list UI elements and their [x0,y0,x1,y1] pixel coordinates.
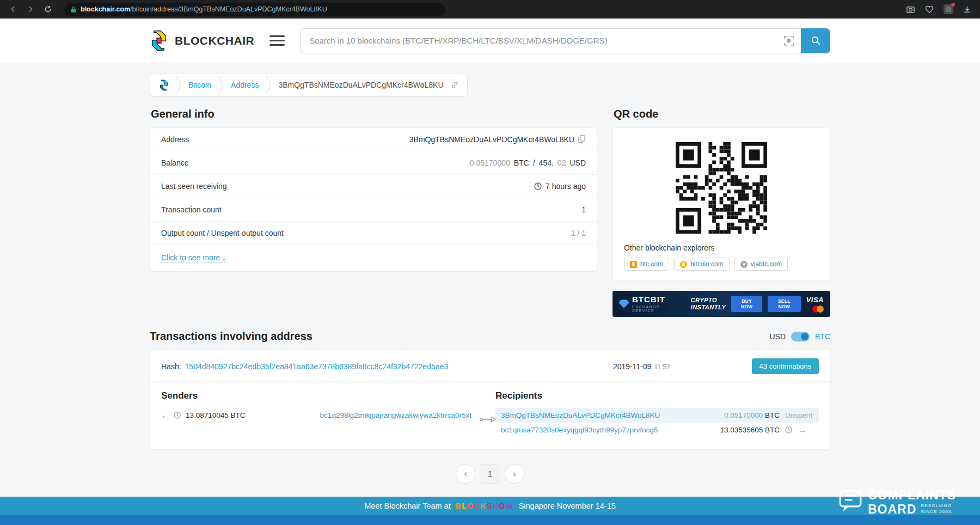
recipient-address-link[interactable]: 3BmQgTBsNMEozDuALvPDCgMKcr4BWoL8KU [501,411,660,419]
info-row-outputs: Output count / Unspent output count 1 / … [150,222,597,245]
qr-scan-icon[interactable] [783,35,794,46]
explorer-bitcoin-com-button[interactable]: B bitcoin.com [674,258,730,271]
btc-label: BTC [815,332,830,341]
down-arrow-icon: ↓ [222,253,226,262]
toggle-knob [801,333,808,340]
info-row-address: Address 3BmQgTBsNMEozDuALvPDCgMKcr4BWoL8… [150,128,597,151]
ad-brand-name: BTCBIT [632,295,681,303]
mastercard-logo [812,306,824,313]
viabtc-icon: V [740,261,748,268]
tx-datetime: 2019-11-0911:52 [613,362,670,371]
complaintsboard-icon [838,489,862,513]
transactions-title: Transactions involving address [150,330,313,343]
qr-code [676,142,767,234]
qr-title: QR code [614,108,830,120]
info-row-last-seen: Last seen receiving 7 hours ago [150,175,597,198]
current-page: 1 [481,464,499,484]
balance-label: Balance [161,158,189,167]
visa-logo: VISA [806,296,824,304]
link-icon[interactable] [451,81,458,89]
sell-now-button[interactable]: SELL NOW [768,296,801,312]
blockshow-banner[interactable]: Meet Blockchair Team at BLOCKSHOW Singap… [0,497,980,515]
explorer-viabtc-button[interactable]: V viabtc.com [734,258,788,271]
bitcoin-com-icon: B [680,261,687,268]
url-path: /bitcoin/address/3BmQgTBsNMEozDuALvPDCgM… [130,5,327,13]
download-icon[interactable] [963,5,971,14]
brand-name: BLOCKCHAIR [175,34,254,47]
chrome-actions [906,4,971,14]
balance-usd-main: 454. [539,158,554,167]
explorer-btc-com-button[interactable]: ฿ btc.com [624,258,669,271]
breadcrumb: Bitcoin Address 3BmQgTBsNMEozDuALvPDCgMK… [150,73,468,97]
recipient-row: bc1qtusa77320s0exyqgql93cyth99yp7zprvfnc… [495,423,819,437]
see-more-link[interactable]: Click to see more ↓ [161,253,226,263]
clock-icon [534,182,542,190]
url-domain: blockchair.com [81,5,130,13]
senders-column: Senders ← 13.08710045 BTC bc1q298lg2tmkj… [161,386,490,437]
clock-icon [174,412,181,419]
copy-icon[interactable] [578,135,586,144]
general-info-card: Address 3BmQgTBsNMEozDuALvPDCgMKcr4BWoL8… [150,127,597,272]
senders-title: Senders [161,390,471,401]
search-icon [811,35,821,46]
breadcrumb-bitcoin[interactable]: Bitcoin [188,81,211,89]
address-label: Address [161,135,189,144]
url-text: blockchair.com/bitcoin/address/3BmQgTBsN… [81,5,327,13]
address-bar[interactable]: blockchair.com/bitcoin/address/3BmQgTBsN… [64,3,445,16]
complaintsboard-watermark: COMPLAINTS BOARD RESOLVINGSINCE 2004 [838,489,956,516]
btc-com-icon: ฿ [630,261,637,268]
recipient-address-link[interactable]: bc1qtusa77320s0exyqgql93cyth99yp7zprvfnc… [501,426,658,434]
watermark-tagline: RESOLVINGSINCE 2004 [921,503,952,516]
notification-dot [951,3,955,7]
blockshow-logo: BLOCKSHOW [456,502,514,510]
breadcrumb-address[interactable]: Address [231,81,259,89]
balance-btc-value: 0.05170000 [470,158,510,167]
blockchair-logo[interactable]: BLOCKCHAIR [150,30,254,51]
hash-label: Hash: [161,362,181,371]
forward-icon[interactable] [26,5,35,14]
ad-banner[interactable]: BTCBIT Exchange service CRYPTOINSTANTLY … [612,291,830,317]
menu-button[interactable] [270,35,285,46]
clock-icon [785,426,793,434]
ad-tagline-1: CRYPTO [691,297,717,303]
chevron-separator-icon [266,75,271,95]
site-header: BLOCKCHAIR [0,19,980,63]
buy-now-button[interactable]: BUY NOW [731,296,762,312]
arrow-left-icon[interactable]: ← [161,411,169,419]
heart-icon[interactable] [925,5,934,14]
reload-icon[interactable] [44,5,52,14]
browser-chrome: blockchair.com/bitcoin/address/3BmQgTBsN… [0,0,980,19]
ad-brand-sub: Exchange service [632,305,681,313]
currency-toggle[interactable] [791,332,810,341]
diamond-icon [619,300,629,308]
lock-icon [71,6,76,13]
info-row-balance: Balance 0.05170000 BTC / 454.02 USD [150,151,597,175]
arrow-right-icon[interactable]: → [798,426,806,434]
balance-usd-unit: USD [569,158,586,167]
usd-label: USD [769,332,786,341]
breadcrumb-current-address: 3BmQgTBsNMEozDuALvPDCgMKcr4BWoL8KU [278,81,443,89]
prev-page-button[interactable]: ‹ [456,464,475,484]
profile-icon[interactable] [944,4,953,14]
confirmations-badge: 43 confirmations [752,358,819,374]
unspent-status: Unspent [785,411,813,419]
outputs-label: Output count / Unspent output count [161,229,284,237]
capture-icon[interactable] [906,5,915,14]
connector-icon [479,416,498,423]
search-button[interactable] [801,28,830,53]
back-icon[interactable] [9,5,17,14]
balance-separator: / [533,158,535,167]
outputs-value: 1 / 1 [571,229,586,237]
sender-row: ← 13.08710045 BTC bc1q298lg2tmkjpajrangw… [161,408,471,423]
sender-address-link[interactable]: bc1q298lg2tmkjpajrangwzakwjywa2kfrrca0r5… [320,411,471,419]
tx-count-value: 1 [581,205,586,214]
watermark-word2: BOARD [868,503,916,516]
info-row-tx-count: Transaction count 1 [150,198,597,222]
chevron-separator-icon [176,75,181,95]
chevron-separator-icon [218,75,224,95]
hash-link[interactable]: 1504d840927bc24edb35f2ea841aa63e7378b638… [185,362,448,371]
next-page-button[interactable]: › [505,464,524,484]
search-bar [300,28,830,53]
search-input[interactable] [300,28,801,53]
footer: Explorers Services Useful links Social [0,515,980,525]
